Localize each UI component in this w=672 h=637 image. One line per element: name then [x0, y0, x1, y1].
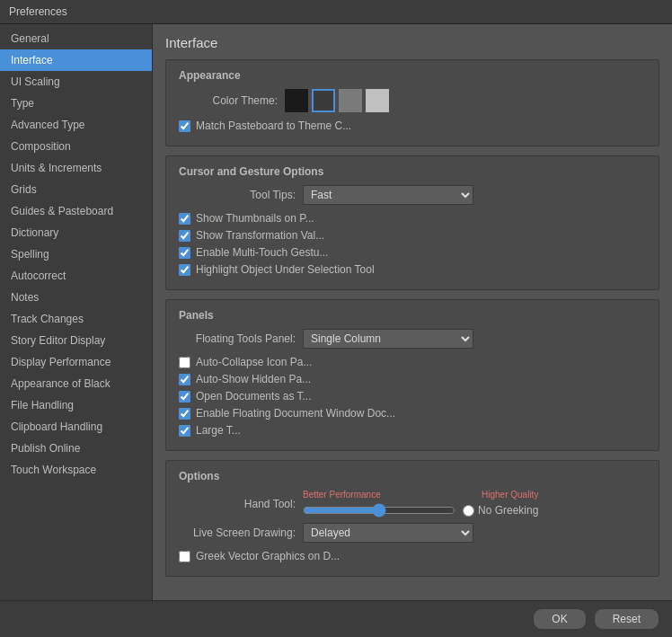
sidebar-item-display-performance[interactable]: Display Performance [0, 351, 152, 373]
show-transformation-row: Show Transformation Val... [179, 229, 646, 242]
appearance-panel: Appearance Color Theme: Match Pasteboard… [165, 59, 659, 146]
higher-quality-label: Higher Quality [482, 490, 538, 500]
sidebar-item-publish-online[interactable]: Publish Online [0, 438, 152, 459]
greek-vector-checkbox[interactable] [179, 551, 190, 562]
sidebar-item-units-&-increments[interactable]: Units & Increments [0, 157, 152, 179]
sidebar: GeneralInterfaceUI ScalingTypeAdvanced T… [0, 24, 153, 600]
auto-show-label: Auto-Show Hidden Pa... [196, 373, 311, 385]
sidebar-item-guides-&-pasteboard[interactable]: Guides & Pasteboard [0, 200, 152, 222]
match-pasteboard-checkbox[interactable] [179, 120, 190, 132]
match-pasteboard-row: Match Pasteboard to Theme C... [179, 119, 646, 132]
large-t-label: Large T... [196, 424, 241, 437]
no-greeking-radio-label: No Greeking [463, 504, 538, 517]
sidebar-item-touch-workspace[interactable]: Touch Workspace [0, 459, 152, 481]
options-panel: Options Hand Tool: Better Performance Hi… [165, 460, 659, 577]
dialog-title: Preferences [9, 5, 67, 18]
open-documents-label: Open Documents as T... [196, 390, 312, 403]
sidebar-item-file-handling[interactable]: File Handling [0, 394, 152, 416]
show-transformation-checkbox[interactable] [179, 230, 190, 242]
floating-select[interactable]: Single Column Double Column Single Row [303, 329, 473, 349]
cursor-gesture-panel: Cursor and Gesture Options Tool Tips: Fa… [165, 155, 659, 290]
enable-multitouch-row: Enable Multi-Touch Gestu... [179, 246, 646, 259]
no-greeking-radio[interactable] [463, 505, 474, 517]
swatch-medium[interactable] [339, 89, 362, 112]
hand-tool-slider[interactable] [303, 503, 455, 518]
enable-floating-row: Enable Floating Document Window Doc... [179, 407, 646, 420]
greek-vector-label: Greek Vector Graphics on D... [196, 550, 340, 562]
hand-tool-row: Hand Tool: Better Performance Higher Qua… [179, 490, 646, 518]
ok-button[interactable]: OK [533, 608, 586, 630]
auto-collapse-row: Auto-Collapse Icon Pa... [179, 356, 646, 368]
tool-tips-row: Tool Tips: Fast None Normal [179, 185, 646, 205]
enable-multitouch-label: Enable Multi-Touch Gestu... [196, 246, 328, 259]
swatch-dark[interactable] [312, 89, 335, 112]
sidebar-item-composition[interactable]: Composition [0, 136, 152, 157]
enable-floating-label: Enable Floating Document Window Doc... [196, 407, 395, 420]
main-content: Interface Appearance Color Theme: Match … [153, 24, 672, 600]
highlight-object-label: Highlight Object Under Selection Tool [196, 263, 375, 276]
enable-floating-checkbox[interactable] [179, 408, 190, 420]
auto-show-row: Auto-Show Hidden Pa... [179, 373, 646, 385]
sidebar-item-general[interactable]: General [0, 28, 152, 49]
dialog-body: GeneralInterfaceUI ScalingTypeAdvanced T… [0, 24, 672, 600]
auto-show-checkbox[interactable] [179, 374, 190, 385]
greek-vector-row: Greek Vector Graphics on D... [179, 550, 646, 562]
sidebar-item-notes[interactable]: Notes [0, 287, 152, 308]
title-bar: Preferences [0, 0, 672, 24]
live-screen-row: Live Screen Drawing: Delayed Immediate N… [179, 523, 646, 543]
show-thumbnails-checkbox[interactable] [179, 213, 190, 225]
swatch-light[interactable] [366, 89, 389, 112]
sidebar-item-interface[interactable]: Interface [0, 49, 152, 71]
highlight-object-row: Highlight Object Under Selection Tool [179, 263, 646, 276]
sidebar-item-grids[interactable]: Grids [0, 179, 152, 200]
swatch-black[interactable] [285, 89, 308, 112]
tool-tips-label: Tool Tips: [179, 189, 296, 201]
sidebar-item-type[interactable]: Type [0, 93, 152, 114]
sidebar-item-ui-scaling[interactable]: UI Scaling [0, 71, 152, 93]
sidebar-item-autocorrect[interactable]: Autocorrect [0, 265, 152, 287]
appearance-header: Appearance [179, 69, 646, 82]
floating-label: Floating Tools Panel: [179, 332, 296, 345]
preferences-dialog: Preferences GeneralInterfaceUI ScalingTy… [0, 0, 672, 637]
highlight-object-checkbox[interactable] [179, 264, 190, 276]
large-t-checkbox[interactable] [179, 425, 190, 437]
show-thumbnails-row: Show Thumbnails on P... [179, 212, 646, 225]
live-screen-label: Live Screen Drawing: [179, 526, 296, 539]
reset-button[interactable]: Reset [594, 608, 659, 630]
dialog-footer: OK Reset [0, 600, 672, 637]
tool-tips-select[interactable]: Fast None Normal [303, 185, 473, 205]
panels-panel: Panels Floating Tools Panel: Single Colu… [165, 299, 659, 451]
sidebar-item-clipboard-handling[interactable]: Clipboard Handling [0, 416, 152, 438]
large-t-row: Large T... [179, 424, 646, 437]
cursor-gesture-header: Cursor and Gesture Options [179, 165, 646, 178]
better-performance-label: Better Performance [303, 490, 381, 500]
options-header: Options [179, 470, 646, 482]
show-transformation-label: Show Transformation Val... [196, 229, 324, 242]
sidebar-item-spelling[interactable]: Spelling [0, 243, 152, 265]
panels-header: Panels [179, 309, 646, 322]
sidebar-item-track-changes[interactable]: Track Changes [0, 308, 152, 330]
open-documents-checkbox[interactable] [179, 391, 190, 403]
sidebar-item-appearance-of-black[interactable]: Appearance of Black [0, 373, 152, 394]
color-theme-label: Color Theme: [179, 94, 278, 107]
live-screen-select[interactable]: Delayed Immediate Never [303, 523, 473, 543]
sidebar-item-dictionary[interactable]: Dictionary [0, 222, 152, 243]
auto-collapse-label: Auto-Collapse Icon Pa... [196, 356, 312, 368]
sidebar-item-story-editor-display[interactable]: Story Editor Display [0, 330, 152, 351]
no-greeking-label: No Greeking [478, 504, 538, 517]
auto-collapse-checkbox[interactable] [179, 357, 190, 368]
hand-tool-label: Hand Tool: [179, 498, 296, 510]
performance-labels: Better Performance Higher Quality [303, 490, 538, 500]
show-thumbnails-label: Show Thumbnails on P... [196, 212, 314, 225]
sidebar-item-advanced-type[interactable]: Advanced Type [0, 114, 152, 136]
color-theme-row: Color Theme: [179, 89, 646, 112]
floating-row: Floating Tools Panel: Single Column Doub… [179, 329, 646, 349]
section-title: Interface [165, 35, 659, 50]
color-themes [285, 89, 389, 112]
open-documents-row: Open Documents as T... [179, 390, 646, 403]
enable-multitouch-checkbox[interactable] [179, 247, 190, 259]
match-pasteboard-label: Match Pasteboard to Theme C... [196, 119, 351, 132]
